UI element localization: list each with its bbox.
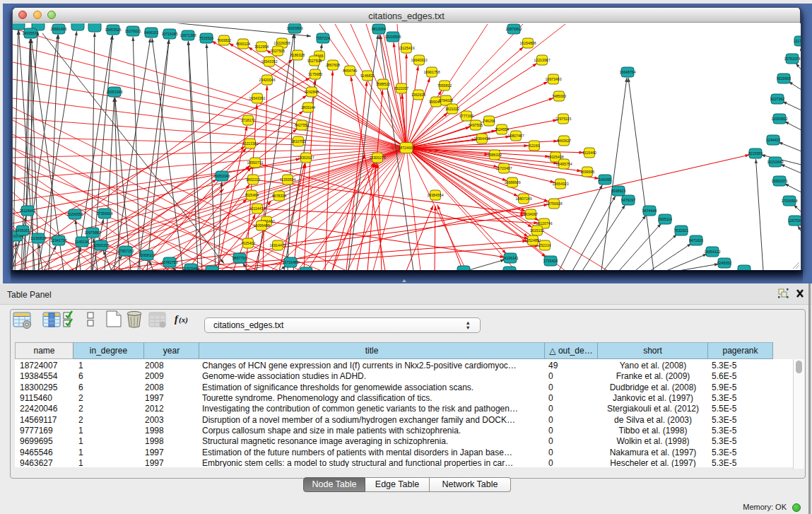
- svg-text:3175685: 3175685: [308, 72, 322, 76]
- svg-text:7955812: 7955812: [437, 83, 452, 88]
- svg-text:23420046: 23420046: [259, 78, 275, 82]
- svg-text:16961758: 16961758: [423, 70, 440, 74]
- svg-text:13716485: 13716485: [282, 260, 298, 264]
- svg-text:8215955: 8215955: [748, 151, 763, 156]
- svg-text:8322037: 8322037: [394, 86, 408, 90]
- svg-text:9699695: 9699695: [580, 170, 594, 174]
- svg-text:12323446: 12323446: [182, 267, 199, 270]
- svg-text:1733426: 1733426: [543, 259, 558, 263]
- svg-text:12975115: 12975115: [555, 117, 572, 121]
- svg-text:2718172: 2718172: [241, 118, 255, 122]
- svg-text:10025438: 10025438: [547, 155, 563, 159]
- svg-text:2867608: 2867608: [326, 63, 340, 67]
- svg-text:19218506: 19218506: [384, 35, 401, 39]
- svg-text:19384554: 19384554: [427, 193, 443, 197]
- svg-text:15495754: 15495754: [555, 162, 572, 166]
- svg-text:15692971: 15692971: [771, 179, 787, 183]
- svg-text:16210643: 16210643: [767, 160, 783, 164]
- svg-text:15300275: 15300275: [369, 156, 385, 160]
- svg-text:12342737: 12342737: [50, 238, 66, 243]
- svg-text:7663822: 7663822: [217, 38, 231, 42]
- svg-text:5678334: 5678334: [272, 194, 286, 198]
- svg-text:13226058: 13226058: [273, 41, 290, 45]
- svg-text:8427552: 8427552: [295, 123, 309, 127]
- svg-text:16543392: 16543392: [249, 96, 265, 100]
- svg-text:9115460: 9115460: [582, 151, 596, 155]
- svg-text:20691406: 20691406: [50, 27, 66, 31]
- svg-text:10654122: 10654122: [704, 250, 720, 254]
- svg-text:10543392: 10543392: [261, 59, 277, 64]
- svg-text:20053346: 20053346: [106, 90, 122, 94]
- svg-text:16782759: 16782759: [161, 260, 177, 264]
- svg-text:26126651: 26126651: [19, 209, 35, 213]
- svg-text:16154808: 16154808: [519, 41, 536, 45]
- svg-text:62160: 62160: [529, 144, 540, 148]
- svg-text:8813054: 8813054: [372, 27, 386, 31]
- svg-text:9146821: 9146821: [360, 74, 375, 78]
- svg-text:8463627: 8463627: [557, 139, 571, 143]
- svg-text:6794028: 6794028: [439, 98, 453, 103]
- svg-text:8471626: 8471626: [689, 238, 703, 243]
- svg-text:20206556: 20206556: [66, 212, 83, 216]
- svg-text:3912954: 3912954: [254, 45, 269, 49]
- svg-text:(x): (x): [179, 315, 188, 325]
- svg-text:12093822: 12093822: [771, 117, 787, 121]
- svg-text:17957253: 17957253: [117, 249, 134, 253]
- svg-text:12213382: 12213382: [242, 141, 258, 146]
- svg-text:9327505: 9327505: [271, 49, 285, 53]
- svg-text:7632621: 7632621: [674, 228, 688, 233]
- svg-text:18724007: 18724007: [398, 146, 414, 150]
- svg-text:2935114: 2935114: [658, 217, 672, 221]
- svg-text:10973493: 10973493: [545, 77, 561, 81]
- svg-text:13654923: 13654923: [552, 182, 568, 186]
- svg-text:14136141: 14136141: [502, 256, 518, 260]
- svg-text:8454749: 8454749: [343, 69, 357, 73]
- svg-text:18302027: 18302027: [298, 156, 314, 160]
- svg-text:18550731: 18550731: [247, 160, 263, 165]
- svg-text:14035574: 14035574: [22, 31, 38, 35]
- svg-text:13524851: 13524851: [524, 238, 541, 243]
- svg-text:8186328: 8186328: [290, 53, 305, 57]
- svg-text:9634067: 9634067: [524, 212, 538, 216]
- svg-text:9227342: 9227342: [770, 97, 784, 101]
- svg-text:10719185: 10719185: [161, 32, 177, 36]
- svg-text:20876812: 20876812: [505, 27, 522, 31]
- svg-text:17359924: 17359924: [96, 211, 112, 216]
- svg-text:1810755: 1810755: [291, 139, 305, 144]
- svg-text:746266: 746266: [483, 119, 495, 123]
- svg-text:6466103: 6466103: [144, 30, 158, 35]
- svg-text:16033809: 16033809: [286, 26, 302, 30]
- svg-text:16648764: 16648764: [619, 70, 635, 74]
- svg-text:15751074: 15751074: [784, 57, 800, 61]
- svg-text:7515526: 7515526: [199, 36, 213, 40]
- svg-text:13125419: 13125419: [398, 46, 414, 50]
- svg-text:10688609: 10688609: [504, 180, 520, 185]
- svg-text:164095: 164095: [599, 177, 611, 182]
- svg-text:11353594: 11353594: [280, 177, 296, 182]
- svg-text:1362615: 1362615: [411, 93, 425, 97]
- svg-text:16120746: 16120746: [536, 221, 552, 226]
- svg-text:20053346: 20053346: [213, 174, 230, 178]
- svg-text:7925464: 7925464: [245, 193, 259, 197]
- svg-text:9245052: 9245052: [717, 261, 731, 265]
- svg-text:17016504: 17016504: [781, 199, 797, 203]
- svg-text:1267530: 1267530: [788, 218, 801, 223]
- svg-text:1435061: 1435061: [16, 228, 30, 233]
- svg-text:15720407: 15720407: [495, 166, 512, 170]
- svg-text:10114477: 10114477: [249, 206, 266, 211]
- svg-text:12505155: 12505155: [93, 243, 109, 247]
- svg-text:7485003: 7485003: [552, 94, 566, 98]
- svg-text:1145194: 1145194: [75, 240, 89, 244]
- svg-text:16914479: 16914479: [269, 243, 286, 247]
- svg-text:19756928: 19756928: [546, 201, 562, 206]
- svg-text:9857791: 9857791: [233, 256, 247, 260]
- svg-text:10958107: 10958107: [139, 253, 155, 257]
- svg-text:7986322: 7986322: [488, 153, 502, 157]
- svg-text:9474444: 9474444: [642, 209, 657, 213]
- svg-text:20364436: 20364436: [473, 136, 490, 141]
- svg-text:18807249: 18807249: [515, 197, 531, 201]
- svg-text:1615132: 1615132: [530, 228, 544, 233]
- svg-text:15276021: 15276021: [124, 29, 141, 33]
- svg-text:8660124: 8660124: [236, 42, 250, 46]
- svg-text:10807487: 10807487: [507, 134, 524, 138]
